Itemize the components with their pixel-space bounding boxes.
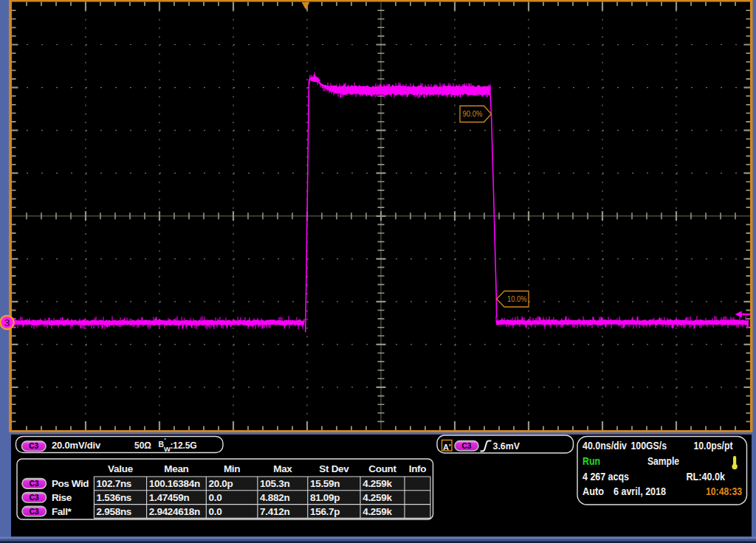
svg-text:2.958ns: 2.958ns: [97, 506, 131, 517]
svg-text:C3: C3: [30, 508, 39, 516]
svg-text:6 avril, 2018: 6 avril, 2018: [614, 485, 666, 497]
svg-text:4 267 acqs: 4 267 acqs: [583, 471, 629, 483]
svg-text:10.0ps/pt: 10.0ps/pt: [694, 440, 733, 452]
svg-text:3: 3: [4, 317, 10, 328]
svg-text:Info: Info: [409, 463, 427, 474]
svg-text:Count: Count: [368, 463, 396, 474]
svg-text:20.0p: 20.0p: [209, 478, 233, 489]
svg-text:C3: C3: [30, 494, 39, 502]
svg-text:4.259k: 4.259k: [362, 478, 392, 489]
svg-text:Run: Run: [583, 455, 600, 467]
svg-text:3.6mV: 3.6mV: [493, 440, 520, 452]
svg-text:A': A': [443, 443, 451, 452]
svg-text:C3: C3: [462, 442, 472, 450]
svg-text:RL:40.0k: RL:40.0k: [687, 471, 726, 483]
svg-text:Max: Max: [273, 463, 292, 474]
svg-text:Mean: Mean: [164, 463, 188, 474]
svg-text:Sample: Sample: [647, 455, 679, 467]
svg-text:20.0mV/div: 20.0mV/div: [52, 440, 101, 451]
svg-text:St Dev: St Dev: [319, 463, 349, 474]
svg-text:15.59n: 15.59n: [310, 478, 340, 489]
svg-text:102.7ns: 102.7ns: [97, 478, 131, 489]
svg-text:100GS/s: 100GS/s: [631, 440, 667, 452]
svg-text:Value: Value: [108, 463, 134, 474]
svg-text:4.259k: 4.259k: [362, 506, 392, 517]
svg-text:2.9424618n: 2.9424618n: [149, 506, 200, 517]
svg-text:C3: C3: [30, 480, 39, 488]
svg-text:4.882n: 4.882n: [260, 492, 289, 503]
svg-text:100.16384n: 100.16384n: [149, 478, 200, 489]
svg-text:1.536ns: 1.536ns: [97, 492, 131, 503]
svg-text:Fall*: Fall*: [52, 506, 72, 517]
svg-text:Auto: Auto: [583, 485, 604, 497]
svg-text:Rise: Rise: [52, 492, 72, 503]
svg-text:4.259k: 4.259k: [362, 492, 392, 503]
svg-text:10.0%: 10.0%: [507, 295, 527, 303]
svg-text:1.47459n: 1.47459n: [149, 492, 190, 503]
svg-text:10:48:33: 10:48:33: [706, 485, 742, 497]
svg-text:0.0: 0.0: [209, 506, 222, 517]
svg-text:′: ′: [165, 437, 166, 444]
svg-text:C3: C3: [29, 442, 38, 450]
svg-text:50Ω: 50Ω: [134, 440, 151, 451]
svg-text:Min: Min: [224, 463, 240, 474]
svg-text::12.5G: :12.5G: [171, 440, 197, 451]
svg-text:40.0ns/div: 40.0ns/div: [583, 440, 627, 452]
svg-text:105.3n: 105.3n: [260, 478, 289, 489]
svg-text:90.0%: 90.0%: [463, 110, 483, 118]
svg-text:156.7p: 156.7p: [310, 506, 340, 517]
svg-text:Pos Wid: Pos Wid: [52, 478, 89, 489]
svg-text:81.09p: 81.09p: [310, 492, 340, 503]
svg-text:0.0: 0.0: [209, 492, 222, 503]
svg-text:7.412n: 7.412n: [260, 506, 289, 517]
